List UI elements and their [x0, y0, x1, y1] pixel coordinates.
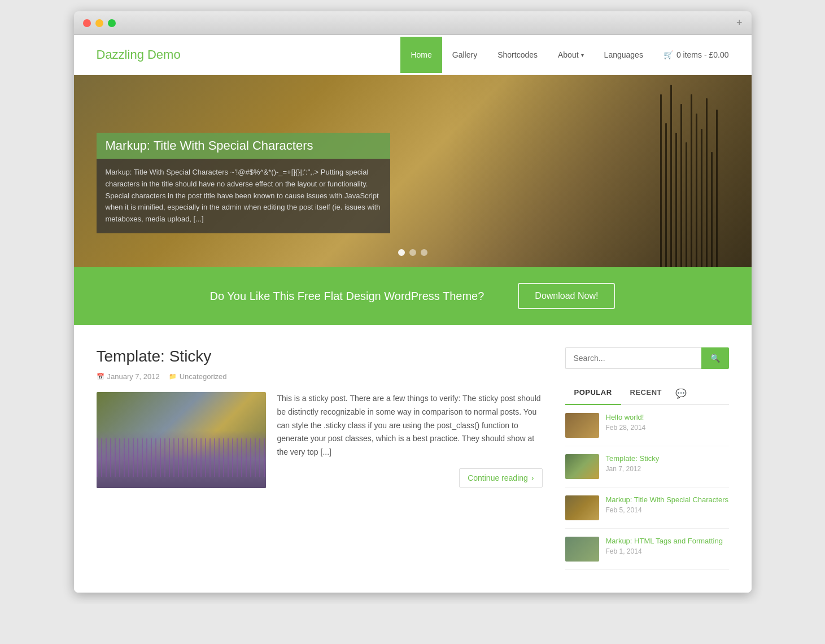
- post-thumbnail-4: [565, 537, 599, 562]
- post-info-2: Template: Sticky Jan 7, 2012: [606, 454, 660, 473]
- hero-content: Markup: Title With Special Characters Ma…: [97, 133, 390, 233]
- cta-text: Do You Like This Free Flat Design WordPr…: [210, 290, 484, 303]
- hero-slider: Markup: Title With Special Characters Ma…: [74, 75, 752, 267]
- post-thumbnail: [97, 392, 266, 488]
- expand-icon: +: [736, 17, 743, 29]
- nav-item-home[interactable]: Home: [400, 37, 442, 73]
- tree-6: [686, 142, 687, 267]
- browser-window: + Dazzling Demo Home Gallery Shortcodes …: [74, 11, 752, 593]
- slider-dot-1[interactable]: [398, 249, 405, 256]
- post-info-1: Hello world! Feb 28, 2014: [606, 413, 646, 432]
- continue-reading-button[interactable]: Continue reading ›: [459, 468, 542, 488]
- arrow-right-icon: ›: [531, 473, 534, 482]
- nav-item-gallery[interactable]: Gallery: [442, 37, 487, 73]
- tree-1: [660, 94, 662, 267]
- continue-reading-wrap: Continue reading ›: [277, 468, 543, 488]
- tree-9: [701, 129, 702, 267]
- sidebar: 🔍 POPULAR RECENT 💬 Hello world! Feb: [565, 347, 729, 570]
- post-date: January 7, 2012: [97, 372, 160, 381]
- tree-10: [706, 98, 708, 267]
- cart-icon: 🛒: [664, 50, 673, 59]
- tab-recent[interactable]: RECENT: [621, 382, 671, 405]
- hero-title: Markup: Title With Special Characters: [106, 138, 381, 153]
- site-nav: Home Gallery Shortcodes About ▾ Language…: [400, 37, 728, 73]
- tree-8: [696, 114, 697, 267]
- search-icon: 🔍: [710, 354, 720, 363]
- popular-post-date-4: Feb 1, 2014: [606, 547, 723, 555]
- post-info-3: Markup: Title With Special Characters Fe…: [606, 495, 728, 514]
- chevron-down-icon: ▾: [581, 52, 584, 58]
- post-thumbnail-3: [565, 495, 599, 520]
- tree-2: [665, 123, 667, 267]
- slider-dots: [398, 249, 427, 256]
- popular-post-title-2[interactable]: Template: Sticky: [606, 454, 660, 463]
- post-article: Template: Sticky January 7, 2012 Uncateg…: [97, 347, 543, 488]
- close-button[interactable]: [83, 19, 91, 27]
- popular-post-date-1: Feb 28, 2014: [606, 424, 646, 432]
- site-wrapper: Dazzling Demo Home Gallery Shortcodes Ab…: [74, 35, 752, 593]
- list-item: Markup: HTML Tags and Formatting Feb 1, …: [565, 529, 729, 570]
- folder-icon: [169, 373, 177, 380]
- browser-toolbar: +: [74, 11, 752, 35]
- minimize-button[interactable]: [95, 19, 103, 27]
- tree-3: [670, 85, 672, 267]
- tree-4: [675, 133, 677, 267]
- slider-dot-2[interactable]: [409, 249, 416, 256]
- popular-post-date-2: Jan 7, 2012: [606, 465, 660, 473]
- list-item: Template: Sticky Jan 7, 2012: [565, 446, 729, 488]
- site-header: Dazzling Demo Home Gallery Shortcodes Ab…: [74, 35, 752, 75]
- post-text: This is a sticky post. There are a few t…: [277, 392, 543, 459]
- tree-7: [691, 94, 692, 267]
- post-meta: January 7, 2012 Uncategorized: [97, 372, 543, 381]
- tree-5: [680, 104, 682, 267]
- cta-banner: Do You Like This Free Flat Design WordPr…: [74, 267, 752, 325]
- post-text-area: This is a sticky post. There are a few t…: [277, 392, 543, 488]
- post-info-4: Markup: HTML Tags and Formatting Feb 1, …: [606, 537, 723, 555]
- popular-post-date-3: Feb 5, 2014: [606, 506, 728, 514]
- tab-popular[interactable]: POPULAR: [565, 382, 621, 405]
- search-widget: 🔍: [565, 347, 729, 369]
- posts-area: Template: Sticky January 7, 2012 Uncateg…: [97, 347, 543, 570]
- post-title[interactable]: Template: Sticky: [97, 347, 543, 365]
- tree-12: [716, 110, 718, 267]
- post-category: Uncategorized: [169, 372, 227, 381]
- maximize-button[interactable]: [108, 19, 116, 27]
- nav-item-languages[interactable]: Languages: [594, 37, 653, 73]
- nav-item-about[interactable]: About ▾: [548, 37, 594, 73]
- tree-11: [711, 152, 713, 267]
- hero-excerpt-box: Markup: Title With Special Characters ~'…: [97, 159, 390, 233]
- tab-comments-icon[interactable]: 💬: [671, 382, 691, 404]
- popular-post-title-4[interactable]: Markup: HTML Tags and Formatting: [606, 537, 723, 545]
- popular-post-title-1[interactable]: Hello world!: [606, 413, 646, 421]
- hero-excerpt: Markup: Title With Special Characters ~'…: [106, 167, 381, 225]
- hero-title-box: Markup: Title With Special Characters: [97, 133, 390, 159]
- hero-trees-decoration: [660, 75, 718, 267]
- nav-item-shortcodes[interactable]: Shortcodes: [487, 37, 548, 73]
- slider-dot-3[interactable]: [421, 249, 427, 256]
- popular-posts-list: Hello world! Feb 28, 2014 Template: Stic…: [565, 405, 729, 570]
- post-thumbnail-2: [565, 454, 599, 479]
- list-item: Hello world! Feb 28, 2014: [565, 405, 729, 446]
- download-now-button[interactable]: Download Now!: [518, 283, 615, 309]
- search-button[interactable]: 🔍: [701, 347, 729, 369]
- list-item: Markup: Title With Special Characters Fe…: [565, 488, 729, 529]
- site-logo[interactable]: Dazzling Demo: [97, 35, 401, 75]
- calendar-icon: [97, 373, 104, 380]
- popular-post-title-3[interactable]: Markup: Title With Special Characters: [606, 495, 728, 504]
- sidebar-tabs: POPULAR RECENT 💬: [565, 382, 729, 405]
- post-body: This is a sticky post. There are a few t…: [97, 392, 543, 488]
- cart-link[interactable]: 🛒 0 items - £0.00: [653, 37, 729, 73]
- search-input[interactable]: [565, 347, 701, 369]
- main-content: Template: Sticky January 7, 2012 Uncateg…: [74, 325, 752, 593]
- post-thumbnail-1: [565, 413, 599, 438]
